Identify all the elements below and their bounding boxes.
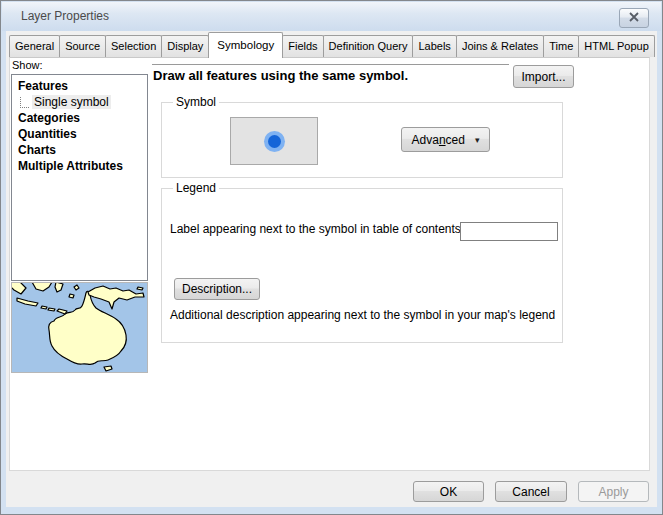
tab-display[interactable]: Display [161, 35, 209, 57]
show-item-single-symbol[interactable]: Single symbol [12, 94, 147, 110]
tab-labels[interactable]: Labels [412, 35, 456, 57]
ok-button[interactable]: OK [413, 481, 484, 502]
tab-strip: General Source Selection Display Symbolo… [9, 35, 654, 57]
import-button[interactable]: Import... [513, 65, 574, 88]
advanced-button[interactable]: Advanced ▾ [401, 127, 490, 152]
legend-label-input[interactable] [460, 222, 558, 241]
titlebar: Layer Properties [2, 2, 661, 31]
symbol-group-title: Symbol [173, 95, 219, 109]
map-land-island [48, 308, 55, 311]
legend-group: Legend Label appearing next to the symbo… [161, 188, 563, 343]
tab-symbology[interactable]: Symbology [208, 32, 283, 58]
tab-definition-query[interactable]: Definition Query [323, 35, 414, 57]
point-symbol-icon [268, 135, 281, 148]
close-button[interactable] [619, 8, 649, 28]
tab-fields[interactable]: Fields [282, 35, 323, 57]
apply-button[interactable]: Apply [578, 481, 649, 502]
oceania-map [12, 283, 147, 372]
show-item-categories[interactable]: Categories [12, 110, 147, 126]
tab-time[interactable]: Time [543, 35, 579, 57]
show-item-charts[interactable]: Charts [12, 142, 147, 158]
tab-selection[interactable]: Selection [105, 35, 162, 57]
show-label: Show: [12, 59, 43, 71]
show-item-multiple-attributes[interactable]: Multiple Attributes [12, 158, 147, 174]
close-icon [628, 11, 640, 25]
show-item-quantities[interactable]: Quantities [12, 126, 147, 142]
map-preview [11, 282, 148, 373]
legend-group-title: Legend [173, 181, 219, 195]
tab-joins-relates[interactable]: Joins & Relates [456, 35, 544, 57]
symbol-group: Symbol Advanced ▾ [161, 102, 563, 178]
symbol-preview-button[interactable] [230, 117, 318, 165]
map-land-island [69, 294, 74, 298]
map-land-island [41, 306, 47, 309]
page-title: Draw all features using the same symbol. [153, 68, 408, 83]
legend-additional-caption: Additional description appearing next to… [170, 308, 555, 322]
tree-branch-icon [20, 97, 29, 108]
tab-html-popup[interactable]: HTML Popup [578, 35, 654, 57]
cancel-button[interactable]: Cancel [495, 481, 567, 502]
chevron-down-icon: ▾ [475, 135, 480, 145]
map-land-island [137, 287, 143, 290]
show-list: Features Single symbol Categories Quanti… [11, 74, 148, 281]
tab-general[interactable]: General [9, 35, 60, 57]
legend-label-caption: Label appearing next to the symbol in ta… [170, 222, 464, 236]
header-divider [152, 64, 509, 65]
description-button[interactable]: Description... [174, 278, 260, 300]
show-item-features[interactable]: Features [12, 78, 147, 94]
window-title: Layer Properties [21, 9, 109, 23]
advanced-button-label: Advanced [412, 133, 465, 147]
show-item-single-symbol-label: Single symbol [32, 95, 111, 109]
layer-properties-dialog: Layer Properties General Source Selectio… [0, 0, 663, 515]
tab-source[interactable]: Source [59, 35, 106, 57]
